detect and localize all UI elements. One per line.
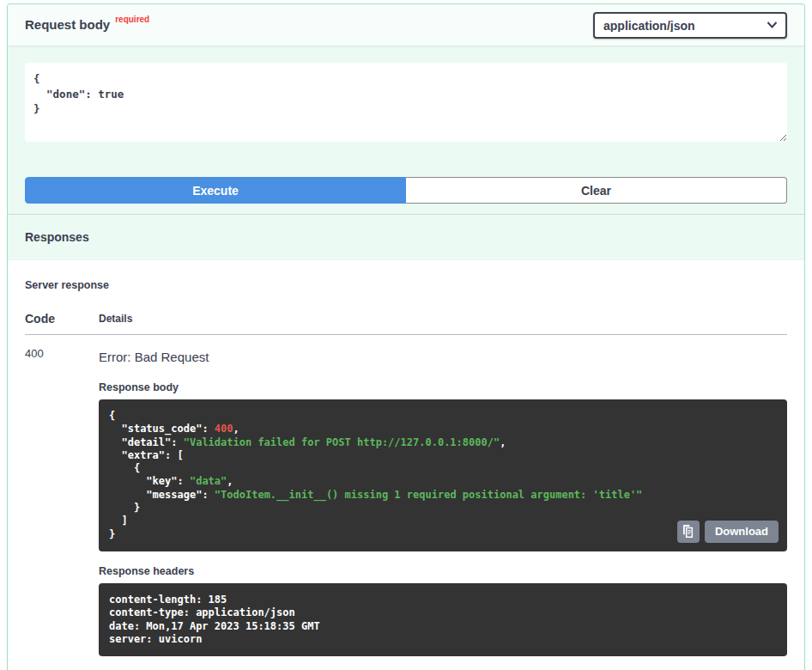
- execute-wrapper: Execute Clear: [25, 177, 787, 204]
- swagger-page: Request bodyrequired application/json { …: [0, 0, 812, 670]
- request-body-header: Request bodyrequired application/json: [8, 4, 804, 46]
- response-status-text: Error: Bad Request: [99, 347, 787, 378]
- post-opblock: Request bodyrequired application/json { …: [7, 3, 805, 670]
- request-body-title-wrap: Request bodyrequired: [25, 17, 149, 33]
- response-details-cell: Error: Bad Request Response body { "stat…: [99, 335, 787, 670]
- response-headers-code: content-length: 185content-type: applica…: [109, 594, 777, 646]
- responses-inner: Server response Code Details 400 Error: …: [8, 259, 804, 670]
- details-column-header: Details: [99, 312, 787, 335]
- request-body-title: Request body: [25, 17, 110, 32]
- copy-to-clipboard-button[interactable]: [677, 521, 700, 543]
- responses-table: Code Details 400 Error: Bad Request Resp…: [25, 312, 787, 670]
- response-headers-label: Response headers: [99, 565, 787, 577]
- responses-table-header-row: Code Details: [25, 312, 787, 335]
- copy-icon: [682, 525, 694, 538]
- responses-header: Responses: [8, 214, 804, 259]
- download-button[interactable]: Download: [705, 521, 779, 543]
- media-type-select[interactable]: application/json: [593, 12, 787, 39]
- response-headers-block: content-length: 185content-type: applica…: [99, 583, 787, 656]
- responses-title: Responses: [25, 230, 89, 244]
- response-body-label: Response body: [99, 381, 787, 393]
- request-body-section: { "done": true } Execute Clear: [8, 46, 804, 204]
- required-badge: required: [115, 15, 149, 24]
- clear-button[interactable]: Clear: [406, 177, 787, 204]
- server-response-label: Server response: [25, 279, 787, 291]
- response-body-block: { "status_code": 400, "detail": "Validat…: [99, 399, 787, 551]
- response-body-actions: Download: [677, 521, 779, 543]
- code-column-header: Code: [25, 312, 99, 335]
- media-type-select-wrap: application/json: [593, 12, 787, 39]
- response-row: 400 Error: Bad Request Response body { "…: [25, 335, 787, 670]
- execute-button[interactable]: Execute: [25, 177, 406, 204]
- response-status-code: 400: [25, 335, 99, 670]
- request-body-editor[interactable]: { "done": true }: [25, 63, 787, 142]
